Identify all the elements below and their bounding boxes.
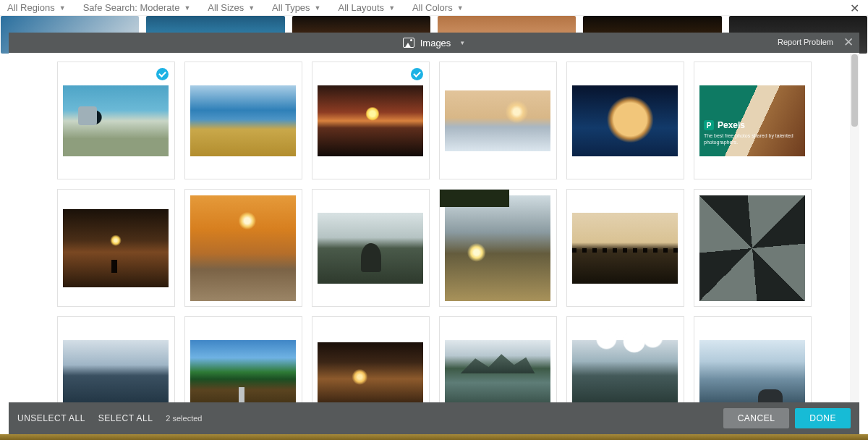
result-cell[interactable]: P Pexels The best free photos shared by …	[694, 62, 812, 179]
selected-check-icon	[156, 68, 169, 80]
thumbnail-hiker-snow-peaks	[699, 340, 805, 403]
caret-down-icon: ▼	[457, 4, 464, 12]
selected-check-icon	[411, 68, 423, 80]
report-problem-link[interactable]: Report Problem	[778, 38, 833, 46]
thumbnail-sky-field	[190, 85, 296, 156]
result-cell[interactable]	[184, 62, 302, 179]
filter-sizes[interactable]: All Sizes ▼	[208, 2, 255, 13]
footer-left: UNSELECT ALL SELECT ALL 2 selected	[17, 413, 202, 423]
filter-regions-label: All Regions	[7, 2, 55, 13]
thumbnail-winter-haze-sun	[445, 90, 550, 151]
thumbnail-aerial-interchange	[699, 195, 805, 301]
promo-brand-label: Pexels	[718, 120, 745, 130]
thumbnail-pexels-promo: P Pexels The best free photos shared by …	[699, 85, 805, 156]
result-cell[interactable]	[57, 189, 175, 307]
filter-types[interactable]: All Types ▼	[272, 2, 320, 13]
thumbnail-clouds-valley	[572, 340, 678, 403]
filter-bar: All Regions ▼ Safe Search: Moderate ▼ Al…	[0, 0, 868, 16]
filter-safe-search-label: Safe Search: Moderate	[83, 2, 180, 13]
results-grid: P Pexels The best free photos shared by …	[51, 62, 817, 402]
result-cell[interactable]	[439, 62, 557, 179]
promo-tagline: The best free photos shared by talented …	[704, 132, 805, 145]
filter-layouts[interactable]: All Layouts ▼	[339, 2, 396, 13]
thumbnail-hiker-back-forest	[318, 213, 423, 284]
caret-down-icon: ▼	[315, 4, 321, 12]
thumbnail-misty-mountains	[63, 340, 169, 403]
results-grid-wrap: P Pexels The best free photos shared by …	[9, 53, 859, 402]
thumbnail-desert-sunset-sitting	[190, 195, 296, 301]
thumbnail-silhouette-sunset	[63, 209, 169, 287]
image-picker-dialog: Images ▼ Report Problem ✕	[9, 33, 859, 434]
close-icon[interactable]: ✕	[847, 1, 862, 15]
filter-sizes-label: All Sizes	[208, 2, 244, 13]
image-icon	[403, 38, 414, 48]
promo-overlay: P Pexels The best free photos shared by …	[704, 120, 805, 145]
result-cell[interactable]	[312, 62, 430, 179]
result-cell[interactable]	[57, 316, 175, 402]
dialog-footer: UNSELECT ALL SELECT ALL 2 selected CANCE…	[9, 402, 859, 434]
result-cell[interactable]	[184, 316, 302, 402]
caret-down-icon: ▼	[388, 4, 395, 12]
vertical-scrollbar[interactable]	[850, 53, 859, 402]
result-cell[interactable]	[57, 62, 175, 179]
thumbnail-frozen-bubble	[572, 85, 678, 156]
filter-colors[interactable]: All Colors ▼	[412, 2, 464, 13]
caret-down-icon: ▼	[59, 4, 66, 12]
thumbnail-dark-sunset-beach	[318, 85, 423, 156]
scrollbar-thumb[interactable]	[851, 54, 858, 127]
result-cell[interactable]	[566, 62, 684, 179]
filter-colors-label: All Colors	[412, 2, 453, 13]
thumbnail-river-sunset-mountains	[318, 342, 423, 403]
result-cell[interactable]	[439, 316, 557, 402]
result-cell[interactable]	[312, 189, 430, 307]
result-cell[interactable]	[312, 316, 430, 402]
result-cell[interactable]	[566, 189, 684, 307]
result-cell[interactable]	[694, 316, 812, 402]
done-button[interactable]: DONE	[795, 408, 851, 428]
result-cell[interactable]	[694, 189, 812, 307]
selection-status: 2 selected	[166, 414, 202, 423]
select-all-button[interactable]: SELECT ALL	[98, 413, 153, 423]
thumbnail-group-jumping-sunset	[572, 213, 678, 284]
background-bottom-strip	[0, 434, 868, 440]
promo-brand: P Pexels	[704, 120, 805, 130]
caret-down-icon: ▼	[184, 4, 190, 12]
thumbnail-railroad-green-hills	[190, 340, 296, 403]
result-cell[interactable]	[566, 316, 684, 402]
dialog-title-dropdown[interactable]: Images ▼	[403, 38, 466, 48]
thumbnail-alpine-lake	[445, 340, 550, 403]
caret-down-icon: ▼	[248, 4, 255, 12]
footer-right: CANCEL DONE	[723, 408, 851, 428]
filter-layouts-label: All Layouts	[339, 2, 385, 13]
dialog-header: Images ▼ Report Problem ✕	[9, 33, 859, 53]
thumbnail-canyon-sunburst	[445, 195, 550, 301]
dialog-title: Images	[420, 38, 451, 48]
close-icon[interactable]: ✕	[843, 35, 854, 50]
filter-types-label: All Types	[272, 2, 310, 13]
filter-regions[interactable]: All Regions ▼	[7, 2, 66, 13]
unselect-all-button[interactable]: UNSELECT ALL	[17, 413, 85, 423]
result-cell[interactable]	[439, 189, 557, 307]
thumbnail-photographer-cliff	[63, 85, 169, 156]
filter-safe-search[interactable]: Safe Search: Moderate ▼	[83, 2, 191, 13]
result-cell[interactable]	[184, 189, 302, 307]
pexels-logo-icon: P	[704, 120, 714, 130]
caret-down-icon: ▼	[459, 40, 465, 46]
cancel-button[interactable]: CANCEL	[723, 408, 790, 428]
